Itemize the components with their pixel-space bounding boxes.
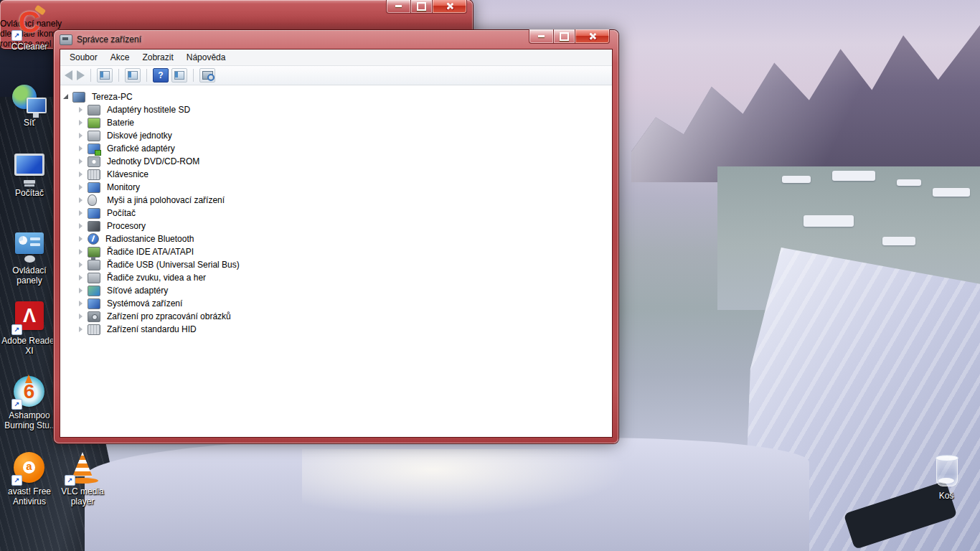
device-manager-titlebar[interactable]: Správce zařízení <box>54 30 618 49</box>
tree-item[interactable]: Adaptéry hostitele SD <box>60 103 612 116</box>
expand-icon[interactable] <box>79 236 83 242</box>
console-tree-button[interactable] <box>97 68 113 83</box>
scan-hardware-button[interactable] <box>199 68 215 83</box>
tree-item[interactable]: Řadiče USB (Universal Serial Bus) <box>60 258 612 271</box>
desktop-icon-label: CCleaner <box>1 42 57 52</box>
expand-icon[interactable] <box>79 171 83 177</box>
tree-item[interactable]: Klávesnice <box>60 168 612 181</box>
maximize-button[interactable] <box>554 29 575 44</box>
expand-icon[interactable] <box>79 197 83 203</box>
computer-icon <box>88 208 100 219</box>
tree-item[interactable]: Procesory <box>60 220 612 232</box>
close-button[interactable] <box>575 29 610 44</box>
toolbar-separator <box>146 69 147 82</box>
tree-item-label: Monitory <box>104 181 143 194</box>
expand-icon[interactable] <box>79 107 83 113</box>
menu-help[interactable]: Nápověda <box>180 50 232 65</box>
tree-item[interactable]: Řadiče zvuku, videa a her <box>60 271 612 284</box>
tree-item[interactable]: Baterie <box>60 116 612 129</box>
collapse-icon[interactable] <box>63 94 68 99</box>
toolbar-separator <box>118 69 119 82</box>
control-panel-icon <box>15 232 44 254</box>
toolbar: ? <box>60 66 612 85</box>
expand-icon[interactable] <box>79 159 83 164</box>
hid-device-icon <box>88 324 100 335</box>
tree-item-label: Baterie <box>104 116 137 129</box>
tree-item[interactable]: Diskové jednotky <box>60 129 612 142</box>
computer-icon <box>14 154 44 176</box>
menu-view[interactable]: Zobrazit <box>136 50 179 65</box>
action-pane-button[interactable] <box>171 68 187 83</box>
desktop-icon-label: avast! Free Antivirus <box>1 487 57 507</box>
expand-icon[interactable] <box>79 275 83 281</box>
expand-icon[interactable] <box>79 146 83 151</box>
bluetooth-icon <box>88 233 99 245</box>
system-device-icon <box>88 298 100 309</box>
search-input[interactable]: Ovládací panely <box>0 19 473 29</box>
iceberg <box>832 171 875 181</box>
expand-icon[interactable] <box>79 223 83 229</box>
expand-icon[interactable] <box>79 288 83 293</box>
maximize-button[interactable] <box>411 0 432 14</box>
tree-item[interactable]: Myši a jiná polohovací zařízení <box>60 194 612 207</box>
properties-button[interactable] <box>125 68 141 83</box>
desktop-icon-ccleaner[interactable]: C ↗ CCleaner <box>1 6 57 52</box>
desktop-icon-label: VLC media player <box>55 487 110 507</box>
tree-item-selected[interactable]: Grafické adaptéry <box>60 142 612 155</box>
expand-icon[interactable] <box>79 314 83 319</box>
tree-item-label: Řadiče USB (Universal Serial Bus) <box>104 258 242 271</box>
desktop-icon-recycle-bin[interactable]: Koš <box>918 455 974 501</box>
expand-icon[interactable] <box>79 262 83 268</box>
desktop-icon-vlc[interactable]: ↗ VLC media player <box>55 451 110 507</box>
expand-icon[interactable] <box>79 301 83 306</box>
expand-icon[interactable] <box>79 210 83 216</box>
tree-item-label: Počítač <box>104 207 138 220</box>
help-button[interactable]: ? <box>153 68 169 83</box>
desktop-icon-label: Ovládací panely <box>1 266 57 286</box>
tree-item[interactable]: Počítač <box>60 207 612 220</box>
mouse-icon <box>88 194 97 206</box>
shortcut-arrow-icon: ↗ <box>11 324 22 335</box>
menu-file[interactable]: Soubor <box>63 50 104 65</box>
tree-item[interactable]: Zařízení pro zpracování obrázků <box>60 310 612 323</box>
window-title: Správce zařízení <box>77 34 141 44</box>
expand-icon[interactable] <box>79 120 83 126</box>
address-bar: Ovládací panely <box>0 19 473 29</box>
tree-item-label: Procesory <box>104 220 149 232</box>
control-panel-titlebar[interactable] <box>0 0 473 19</box>
back-icon[interactable] <box>65 70 72 80</box>
desktop-icon-avast[interactable]: a ↗ avast! Free Antivirus <box>1 451 57 507</box>
tree-item-label: Klávesnice <box>104 168 151 181</box>
tree-item[interactable]: Řadiče IDE ATA/ATAPI <box>60 245 612 258</box>
recycle-bin-icon <box>936 456 958 486</box>
tree-item[interactable]: Zařízení standardu HID <box>60 323 612 336</box>
expand-icon[interactable] <box>79 133 83 138</box>
expand-icon[interactable] <box>79 326 83 332</box>
forward-icon[interactable] <box>77 70 85 80</box>
desktop-icon-control-panel[interactable]: Ovládací panely <box>1 230 57 286</box>
minimize-button[interactable] <box>386 0 411 14</box>
tree-item[interactable]: Síťové adaptéry <box>60 284 612 297</box>
tree-item[interactable]: Jednotky DVD/CD-ROM <box>60 155 612 168</box>
minimize-button[interactable] <box>529 29 554 44</box>
iceberg <box>804 215 854 227</box>
tree-item-label: Jednotky DVD/CD-ROM <box>104 155 202 168</box>
tree-item[interactable]: Radiostanice Bluetooth <box>60 232 612 245</box>
tree-root[interactable]: Tereza-PC <box>60 90 612 103</box>
desktop-icon-computer[interactable]: Počítač <box>1 152 57 199</box>
shortcut-arrow-icon: ↗ <box>11 475 22 486</box>
shortcut-arrow-icon: ↗ <box>65 475 75 486</box>
iceberg <box>882 237 915 245</box>
usb-controller-icon <box>88 260 100 270</box>
tree-item[interactable]: Monitory <box>60 181 612 194</box>
desktop-icon-adobe-reader[interactable]: Λ ↗ Adobe Reader XI <box>1 300 57 357</box>
menu-action[interactable]: Akce <box>104 50 136 65</box>
expand-icon[interactable] <box>79 249 83 255</box>
desktop-icon-network[interactable]: Síť <box>1 82 57 128</box>
close-button[interactable] <box>432 0 467 14</box>
shortcut-arrow-icon: ↗ <box>11 30 22 41</box>
tree-item[interactable]: Systémová zařízení <box>60 297 612 310</box>
tree-item-label: Radiostanice Bluetooth <box>103 232 197 245</box>
desktop-icon-ashampoo[interactable]: 6 ↗ Ashampoo Burning Stu.. <box>1 375 57 431</box>
expand-icon[interactable] <box>79 184 83 190</box>
